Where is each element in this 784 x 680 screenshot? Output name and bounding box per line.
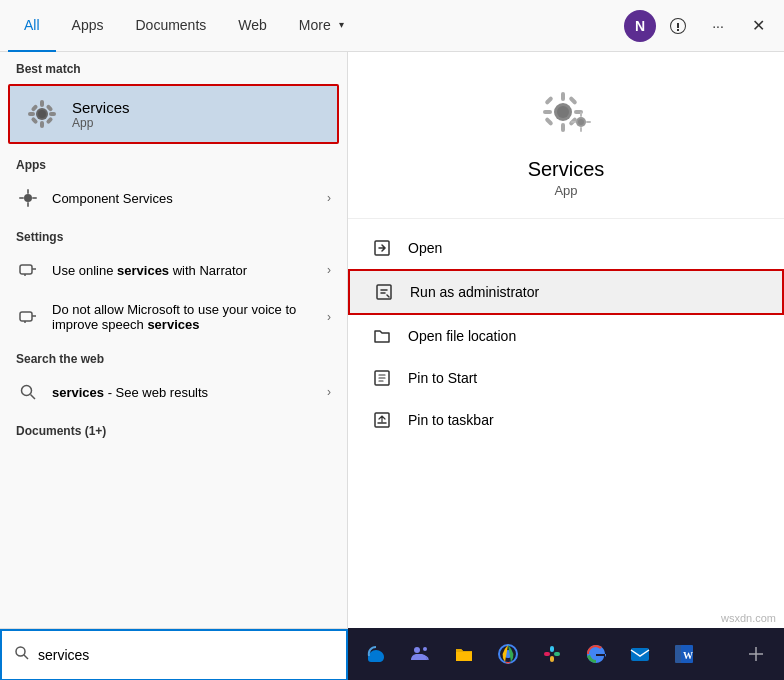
svg-point-17 xyxy=(22,386,32,396)
svg-point-42 xyxy=(423,647,427,651)
mail-icon[interactable] xyxy=(620,634,660,674)
admin-icon xyxy=(374,282,394,302)
svg-rect-45 xyxy=(544,652,550,656)
chrome-icon[interactable] xyxy=(488,634,528,674)
svg-rect-33 xyxy=(586,121,591,123)
services-app-icon xyxy=(24,96,60,132)
file-location-label: Open file location xyxy=(408,328,516,344)
feedback-icon[interactable] xyxy=(660,8,696,44)
svg-text:W: W xyxy=(683,650,693,661)
actions-list: Open Run as administrator xyxy=(348,219,784,449)
main-area: Best match xyxy=(0,52,784,628)
narrator-icon xyxy=(16,258,40,282)
component-services-label: Component Services xyxy=(52,191,315,206)
arrow-icon: › xyxy=(327,191,331,205)
svg-rect-6 xyxy=(46,117,54,125)
svg-rect-32 xyxy=(571,121,576,123)
arrow-icon-2: › xyxy=(327,263,331,277)
edge-icon[interactable] xyxy=(356,634,396,674)
bottom-bar: W wsxdn.com xyxy=(0,628,784,680)
best-match-title: Services xyxy=(72,99,130,116)
action-run-as-admin[interactable]: Run as administrator xyxy=(348,269,784,315)
action-pin-start[interactable]: Pin to Start xyxy=(348,357,784,399)
slack-icon[interactable] xyxy=(532,634,572,674)
folder-icon xyxy=(372,326,392,346)
pin-taskbar-label: Pin to taskbar xyxy=(408,412,494,428)
narrator-label: Use online services with Narrator xyxy=(52,263,315,278)
svg-rect-46 xyxy=(550,646,554,652)
settings-section-label: Settings xyxy=(0,220,347,248)
svg-rect-15 xyxy=(20,265,32,274)
tab-apps[interactable]: Apps xyxy=(56,0,120,52)
apps-section-label: Apps xyxy=(0,148,347,176)
pin-taskbar-icon xyxy=(372,410,392,430)
app-info-area: Services App xyxy=(348,52,784,219)
svg-rect-2 xyxy=(40,121,44,128)
teams-icon[interactable] xyxy=(400,634,440,674)
svg-rect-24 xyxy=(544,96,553,105)
web-search-label: Search the web xyxy=(0,342,347,370)
best-match-item[interactable]: Services App xyxy=(8,84,339,144)
svg-line-18 xyxy=(31,395,36,400)
user-avatar[interactable]: N xyxy=(624,10,656,42)
list-item-component-services[interactable]: Component Services › xyxy=(0,176,347,220)
search-box[interactable] xyxy=(0,629,348,681)
open-icon xyxy=(372,238,392,258)
svg-rect-3 xyxy=(28,112,35,116)
right-panel: Services App Open xyxy=(348,52,784,628)
svg-rect-21 xyxy=(561,123,565,132)
list-item-narrator-services[interactable]: Use online services with Narrator › xyxy=(0,248,347,292)
tab-web[interactable]: Web xyxy=(222,0,283,52)
action-open[interactable]: Open xyxy=(348,227,784,269)
word-icon[interactable]: W xyxy=(664,634,704,674)
app-type-label: App xyxy=(554,183,577,198)
svg-rect-30 xyxy=(580,112,582,117)
list-item-web-search[interactable]: services - See web results › xyxy=(0,370,347,414)
svg-rect-22 xyxy=(543,110,552,114)
svg-rect-16 xyxy=(20,312,32,321)
best-match-label: Best match xyxy=(0,52,347,80)
search-input[interactable] xyxy=(38,647,334,663)
documents-label: Documents (1+) xyxy=(0,414,347,442)
pin-start-label: Pin to Start xyxy=(408,370,477,386)
top-nav: All Apps Documents Web More ▾ N ··· ✕ xyxy=(0,0,784,52)
explorer-icon[interactable] xyxy=(444,634,484,674)
svg-point-9 xyxy=(38,110,46,118)
open-label: Open xyxy=(408,240,442,256)
svg-rect-26 xyxy=(544,117,553,126)
more-icon[interactable]: ··· xyxy=(700,8,736,44)
web-search-text: services - See web results xyxy=(52,385,315,400)
tab-all[interactable]: All xyxy=(8,0,56,52)
app-big-icon xyxy=(531,82,601,146)
tab-more[interactable]: More ▾ xyxy=(283,0,360,52)
search-icon xyxy=(14,645,30,665)
svg-point-28 xyxy=(557,106,569,118)
system-tray[interactable] xyxy=(736,634,776,674)
action-open-file-location[interactable]: Open file location xyxy=(348,315,784,357)
svg-rect-48 xyxy=(550,656,554,662)
pin-start-icon xyxy=(372,368,392,388)
taskbar: W xyxy=(348,628,784,680)
svg-rect-11 xyxy=(27,189,29,194)
tab-documents[interactable]: Documents xyxy=(119,0,222,52)
svg-rect-7 xyxy=(31,117,39,125)
chevron-down-icon: ▾ xyxy=(339,19,344,30)
voice-label: Do not allow Microsoft to use your voice… xyxy=(52,302,315,332)
svg-rect-27 xyxy=(568,96,577,105)
arrow-icon-3: › xyxy=(327,310,331,324)
left-panel: Best match xyxy=(0,52,348,628)
svg-point-10 xyxy=(24,194,32,202)
svg-rect-20 xyxy=(561,92,565,101)
arrow-icon-4: › xyxy=(327,385,331,399)
search-web-icon xyxy=(16,380,40,404)
svg-rect-1 xyxy=(40,100,44,107)
google-icon[interactable] xyxy=(576,634,616,674)
svg-rect-49 xyxy=(631,648,649,661)
svg-point-34 xyxy=(578,119,584,125)
list-item-voice-services[interactable]: Do not allow Microsoft to use your voice… xyxy=(0,292,347,342)
voice-icon xyxy=(16,305,40,329)
action-pin-taskbar[interactable]: Pin to taskbar xyxy=(348,399,784,441)
svg-point-39 xyxy=(16,647,25,656)
close-icon[interactable]: ✕ xyxy=(740,8,776,44)
svg-rect-14 xyxy=(32,197,37,199)
